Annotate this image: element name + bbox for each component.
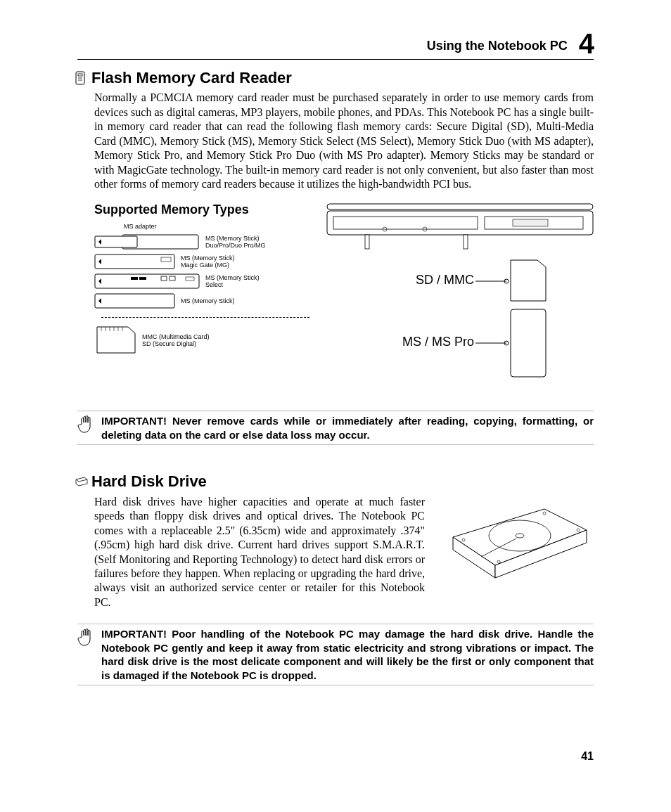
header-title: Using the Notebook PC [427,39,568,58]
card-label-4: MS (Memory Stick) [181,297,235,305]
section-title: Flash Memory Card Reader [91,70,292,86]
svg-rect-1 [78,74,82,76]
important-text-2: IMPORTANT! Poor handling of the Notebook… [101,627,594,682]
notebook-side-icon [326,202,594,252]
card-row-4: MS (Memory Stick) [94,293,309,309]
ms-mg-card-icon [94,254,175,269]
svg-rect-36 [511,309,546,377]
ms-adapter-label: MS adapter [124,223,309,230]
manual-page: Using the Notebook PC 4 Flash Memory Car… [0,0,671,812]
section1-body: Normally a PCMCIA memory card reader mus… [94,91,594,191]
sd-slot-card-icon [509,259,548,302]
card-label-3: MS (Memory Stick) Select [205,274,260,290]
svg-rect-32 [365,235,369,249]
hdd-illustration-icon [439,495,594,586]
important-note-1: IMPORTANT! Never remove cards while or i… [77,411,594,445]
card-row-1: MS (Memory Stick) Duo/Pro/Duo Pro/MG [94,234,309,250]
svg-rect-10 [95,274,199,288]
section-flash-card: Flash Memory Card Reader Normally a PCMC… [94,70,594,399]
svg-rect-12 [131,277,138,280]
card-divider [101,317,309,318]
card-label-1: MS (Memory Stick) Duo/Pro/Duo Pro/MG [205,235,266,250]
svg-rect-33 [464,235,468,249]
svg-rect-25 [327,204,593,210]
hand-stop-icon [77,414,94,435]
memory-sub-heading: Supported Memory Types [94,202,309,217]
svg-rect-17 [95,294,174,308]
svg-rect-27 [333,217,478,229]
card-label-2: MS (Memory Stick) Magic Gate (MG) [181,254,235,270]
leader-line-2-icon [475,336,511,350]
svg-rect-13 [139,277,146,280]
card-reader-icon [75,71,89,85]
slot-sd-label: SD / MMC [397,273,474,288]
card-row-3: MS (Memory Stick) Select [94,273,309,289]
important-note-2: IMPORTANT! Poor handling of the Notebook… [77,624,594,685]
chapter-number: 4 [575,30,594,58]
important-text-1: IMPORTANT! Never remove cards while or i… [101,414,594,442]
ms-slot-card-icon [509,308,548,378]
ms-duo-card-icon [94,234,200,250]
section2-title: Hard Disk Drive [91,473,207,490]
ms-card-icon [94,293,175,309]
svg-rect-29 [513,219,548,226]
slot-ms-label: MS / MS Pro [390,335,474,349]
ms-select-card-icon [94,273,200,289]
notebook-side-diagram: SD / MMC MS / MS Pro [326,202,594,399]
card-label-5: MMC (Multimedia Card) SD (Secure Digital… [142,333,210,349]
card-row-2: MS (Memory Stick) Magic Gate (MG) [94,254,309,269]
section-hdd: Hard Disk Drive Hard disk drives have hi… [94,473,594,610]
hand-stop-icon [77,627,94,648]
card-row-5: MMC (Multimedia Card) SD (Secure Digital… [94,326,309,354]
section2-body: Hard disk drives have higher capacities … [94,495,425,610]
hdd-section-icon [75,475,89,489]
page-header: Using the Notebook PC 4 [77,30,594,60]
leader-line-1-icon [475,274,511,288]
page-number: 41 [581,750,594,763]
sd-mmc-card-icon [94,326,136,354]
supported-memory-block: Supported Memory Types MS adapter MS (Me… [94,202,594,399]
